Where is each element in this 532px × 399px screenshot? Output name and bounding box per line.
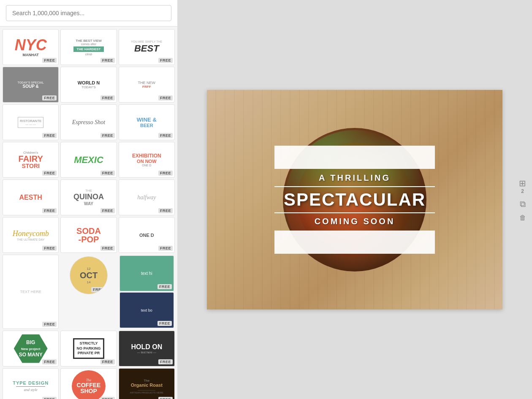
free-badge: FREE	[42, 58, 57, 63]
grid-container: NYC MANHAT FREE THE BEST VIEW comes afte…	[0, 27, 177, 399]
list-item[interactable]: STRICTLYNO PARKINGPRIVATE PR FREE	[60, 331, 117, 366]
delete-icon: 🗑	[519, 214, 526, 221]
free-badge: FREE	[158, 359, 173, 364]
free-badge: FREE	[158, 58, 173, 63]
list-item[interactable]: RISTORANTE — — — FREE	[3, 104, 59, 140]
hr-line-top	[274, 186, 435, 187]
free-badge: FREE	[100, 171, 115, 176]
search-bar	[0, 0, 177, 27]
list-item[interactable]: YOU ARE SIMPLY THE BEST FREE	[119, 29, 175, 65]
free-badge: FREE	[100, 58, 115, 63]
right-toolbar: ⊞ 2 ⧉ 🗑	[519, 178, 526, 221]
list-item[interactable]: SODA -POP FREE	[60, 217, 117, 253]
free-badge: FREE	[42, 359, 57, 364]
free-badge: FREE	[100, 95, 115, 100]
right-panel: A THRILLING SPECTACULAR COMING SOON ⊞ 2 …	[177, 0, 532, 399]
white-bar-bottom	[274, 231, 435, 254]
list-item[interactable]: text bo FREE	[119, 292, 174, 328]
free-badge: FREE	[158, 95, 173, 100]
list-item[interactable]: halfway FREE	[119, 179, 175, 215]
list-item[interactable]: THE QUINOA WAY FREE	[60, 179, 117, 215]
thrilling-text: A THRILLING	[319, 173, 391, 183]
layers-count: 2	[521, 188, 524, 194]
left-panel: NYC MANHAT FREE THE BEST VIEW comes afte…	[0, 0, 177, 399]
list-item[interactable]: MEXIC FREE	[60, 142, 117, 178]
list-item[interactable]: Honeycomb THE ULTIMATE DAY FREE	[3, 217, 59, 253]
free-badge: FREE	[100, 397, 115, 399]
free-badge: FREE	[157, 321, 172, 326]
free-badge: FREE	[158, 133, 173, 138]
free-badge: FREE	[100, 246, 115, 251]
layers-button[interactable]: ⊞ 2	[519, 178, 526, 194]
overlay-box: A THRILLING SPECTACULAR COMING SOON	[274, 146, 435, 254]
list-item[interactable]: WORLD N TODAY'S FREE	[60, 67, 117, 103]
spectacular-text: SPECTACULAR	[284, 190, 426, 210]
free-badge: FREE	[91, 287, 106, 292]
copy-button[interactable]: ⧉	[520, 199, 526, 209]
delete-button[interactable]: 🗑	[519, 214, 526, 221]
list-item[interactable]: BIGNew projectSO MANY FREE	[3, 331, 59, 366]
list-item: text hi FREE text bo FREE	[119, 255, 175, 329]
list-item[interactable]: TODAY'S SPECIAL SOUP & FREE	[3, 67, 59, 103]
free-badge: FREE	[42, 208, 57, 213]
copy-icon: ⧉	[520, 199, 526, 209]
free-badge: FREE	[42, 397, 57, 399]
coming-soon-text: COMING SOON	[315, 217, 395, 226]
free-badge: FREE	[158, 246, 173, 251]
free-badge: FREE	[42, 133, 57, 138]
free-badge: FREE	[100, 133, 115, 138]
list-item[interactable]: The COFFEESHOP FREE	[60, 368, 117, 399]
list-item[interactable]: TYPE DESIGN and style FREE	[3, 368, 59, 399]
free-badge: FREE	[157, 284, 172, 289]
free-badge: FREE	[158, 208, 173, 213]
overlay-text-area: A THRILLING SPECTACULAR COMING SOON	[274, 169, 435, 231]
list-item[interactable]: TEXT HERE FREE	[3, 255, 59, 329]
list-item[interactable]: THE BEST VIEW comes after THE HARDEST cl…	[60, 29, 117, 65]
free-badge: FREE	[100, 208, 115, 213]
white-bar-top	[274, 146, 435, 169]
list-item[interactable]: NYC MANHAT FREE	[3, 29, 59, 65]
layers-icon: ⊞	[519, 178, 526, 188]
list-item[interactable]: Children's FAIRY STORI FREE	[3, 142, 59, 178]
free-badge: FREE	[158, 397, 173, 399]
search-input[interactable]	[6, 5, 171, 21]
free-badge: FREE	[42, 322, 57, 327]
free-badge: FREE	[42, 246, 57, 251]
hr-line-bottom	[274, 212, 435, 213]
canvas-area[interactable]: A THRILLING SPECTACULAR COMING SOON	[207, 90, 502, 309]
list-item[interactable]: HOLD ON — text here — FREE	[119, 331, 175, 366]
list-item[interactable]: THE NEW FRFF FREE	[119, 67, 175, 103]
free-badge: FREE	[158, 171, 173, 176]
free-badge: FREE	[100, 359, 115, 364]
list-item[interactable]: text hi FREE	[119, 255, 174, 291]
free-badge: FREE	[42, 95, 57, 100]
list-item[interactable]: EXHIBITION ON NOW ONE D FREE	[119, 142, 175, 178]
list-item[interactable]: The Organic Roast —————— ARTISAN PRODUCT…	[119, 368, 175, 399]
list-item[interactable]: AESTH FREE	[3, 179, 59, 215]
list-item[interactable]: Espresso Shot FREE	[60, 104, 117, 140]
list-item[interactable]: WINE & BEER FREE	[119, 104, 175, 140]
list-item[interactable]: 12 OCT 14 FREE	[70, 256, 108, 294]
free-badge: FREE	[42, 171, 57, 176]
list-item[interactable]: ONE D FREE	[119, 217, 175, 253]
